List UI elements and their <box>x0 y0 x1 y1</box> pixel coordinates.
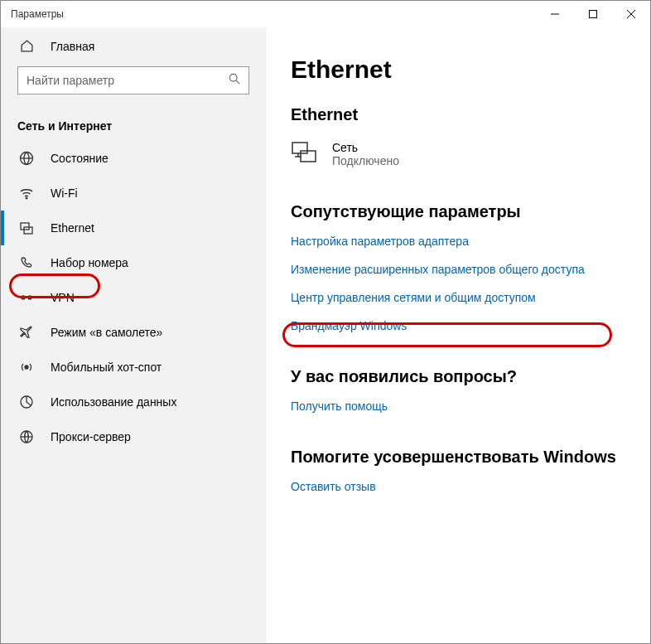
network-monitor-icon <box>291 139 317 169</box>
link-feedback[interactable]: Оставить отзыв <box>291 480 625 493</box>
sidebar-home[interactable]: Главная <box>1 27 266 65</box>
link-adapter-settings[interactable]: Настройка параметров адаптера <box>291 235 625 248</box>
svg-point-14 <box>25 366 28 369</box>
close-button[interactable] <box>612 1 650 27</box>
svg-point-8 <box>26 197 27 199</box>
svg-rect-18 <box>292 143 307 153</box>
svg-rect-1 <box>590 11 597 18</box>
svg-rect-19 <box>301 151 316 162</box>
link-advanced-sharing[interactable]: Изменение расширенных параметров общего … <box>291 263 625 276</box>
search-input[interactable] <box>17 66 249 94</box>
sidebar-item-label: Мобильный хот-спот <box>51 361 162 374</box>
sidebar-home-label: Главная <box>51 40 94 53</box>
status-icon <box>19 151 34 166</box>
network-name: Сеть <box>332 141 399 154</box>
sidebar-item-hotspot[interactable]: Мобильный хот-спот <box>1 350 266 385</box>
sidebar-item-label: Режим «в самолете» <box>51 326 162 339</box>
vpn-icon <box>19 290 34 305</box>
sidebar-item-label: Использование данных <box>51 395 176 409</box>
search-icon <box>229 73 240 88</box>
datausage-icon <box>19 395 34 409</box>
svg-point-11 <box>22 296 25 299</box>
wifi-icon <box>19 186 34 201</box>
link-firewall[interactable]: Брандмауэр Windows <box>291 319 625 332</box>
sidebar-item-label: Состояние <box>51 152 108 165</box>
hotspot-icon <box>19 360 34 375</box>
sidebar-item-status[interactable]: Состояние <box>1 141 266 176</box>
section-ethernet-title: Ethernet <box>291 105 625 124</box>
svg-point-4 <box>229 74 237 81</box>
page-title: Ethernet <box>291 56 625 84</box>
sidebar-item-vpn[interactable]: VPN <box>1 280 266 315</box>
svg-rect-9 <box>21 223 29 230</box>
svg-line-5 <box>236 80 239 84</box>
sidebar-item-label: Набор номера <box>51 256 128 269</box>
sidebar-item-datausage[interactable]: Использование данных <box>1 385 266 419</box>
sidebar-item-label: Wi-Fi <box>51 186 78 200</box>
home-icon <box>19 39 34 53</box>
main-content: Ethernet Ethernet Сеть Подключено Сопутс… <box>266 27 650 644</box>
network-status[interactable]: Сеть Подключено <box>291 139 625 169</box>
search-field[interactable] <box>27 74 229 87</box>
related-title: Сопутствующие параметры <box>291 202 625 221</box>
sidebar-item-ethernet[interactable]: Ethernet <box>1 211 266 245</box>
window-title: Параметры <box>11 8 536 20</box>
sidebar-item-wifi[interactable]: Wi-Fi <box>1 176 266 211</box>
sidebar-item-label: Прокси-сервер <box>51 430 131 443</box>
dialup-icon <box>19 255 34 270</box>
network-substatus: Подключено <box>332 154 399 167</box>
sidebar-category: Сеть и Интернет <box>1 104 266 141</box>
proxy-icon <box>19 429 34 444</box>
maximize-button[interactable] <box>574 1 612 27</box>
sidebar: Главная Сеть и Интернет Состояние <box>1 27 266 644</box>
airplane-icon <box>19 325 34 340</box>
sidebar-item-label: Ethernet <box>51 221 94 235</box>
link-network-center[interactable]: Центр управления сетями и общим доступом <box>291 291 625 304</box>
sidebar-item-dialup[interactable]: Набор номера <box>1 245 266 280</box>
sidebar-item-airplane[interactable]: Режим «в самолете» <box>1 315 266 350</box>
sidebar-item-proxy[interactable]: Прокси-сервер <box>1 419 266 454</box>
link-get-help[interactable]: Получить помощь <box>291 399 625 413</box>
minimize-button[interactable] <box>536 1 574 27</box>
sidebar-item-label: VPN <box>51 291 75 304</box>
improve-title: Помогите усовершенствовать Windows <box>291 448 625 467</box>
svg-point-12 <box>28 296 31 299</box>
questions-title: У вас появились вопросы? <box>291 367 625 386</box>
ethernet-icon <box>19 220 34 235</box>
svg-rect-10 <box>24 227 32 234</box>
